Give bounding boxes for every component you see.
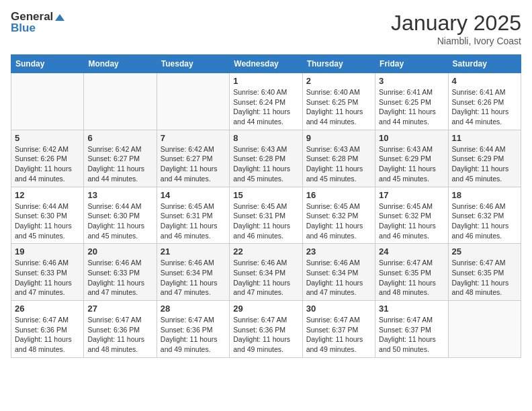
day-cell: 8Sunrise: 6:43 AM Sunset: 6:28 PM Daylig… — [230, 130, 302, 187]
calendar-header: SundayMondayTuesdayWednesdayThursdayFrid… — [11, 55, 521, 73]
day-number: 25 — [452, 246, 517, 257]
day-number: 27 — [87, 304, 152, 314]
day-info: Sunrise: 6:42 AM Sunset: 6:26 PM Dayligh… — [15, 144, 80, 184]
day-number: 9 — [306, 133, 371, 143]
day-info: Sunrise: 6:47 AM Sunset: 6:36 PM Dayligh… — [15, 315, 80, 355]
day-number: 30 — [306, 304, 371, 314]
header-cell-sunday: Sunday — [11, 55, 84, 73]
day-number: 28 — [161, 304, 226, 314]
day-cell — [84, 73, 157, 130]
day-number: 17 — [379, 190, 444, 200]
day-number: 18 — [452, 190, 517, 200]
day-info: Sunrise: 6:46 AM Sunset: 6:34 PM Dayligh… — [161, 258, 226, 298]
day-number: 31 — [379, 304, 444, 314]
day-info: Sunrise: 6:46 AM Sunset: 6:34 PM Dayligh… — [306, 258, 371, 298]
day-number: 29 — [233, 304, 298, 314]
day-number: 21 — [161, 246, 226, 257]
day-cell: 27Sunrise: 6:47 AM Sunset: 6:36 PM Dayli… — [84, 301, 157, 358]
day-cell: 5Sunrise: 6:42 AM Sunset: 6:26 PM Daylig… — [11, 130, 84, 187]
day-cell: 13Sunrise: 6:44 AM Sunset: 6:30 PM Dayli… — [84, 187, 157, 244]
week-row-2: 5Sunrise: 6:42 AM Sunset: 6:26 PM Daylig… — [11, 130, 521, 187]
day-info: Sunrise: 6:43 AM Sunset: 6:28 PM Dayligh… — [306, 144, 371, 184]
day-info: Sunrise: 6:46 AM Sunset: 6:33 PM Dayligh… — [87, 258, 152, 298]
day-number: 26 — [15, 304, 80, 314]
day-number: 11 — [452, 133, 517, 143]
day-info: Sunrise: 6:44 AM Sunset: 6:30 PM Dayligh… — [87, 201, 152, 241]
header-cell-wednesday: Wednesday — [230, 55, 302, 73]
day-cell: 26Sunrise: 6:47 AM Sunset: 6:36 PM Dayli… — [11, 301, 84, 358]
page-header: General Blue January 2025 Niambli, Ivory… — [11, 11, 521, 46]
day-number: 15 — [233, 190, 298, 200]
day-cell: 11Sunrise: 6:44 AM Sunset: 6:29 PM Dayli… — [448, 130, 521, 187]
day-cell: 18Sunrise: 6:46 AM Sunset: 6:32 PM Dayli… — [448, 187, 521, 244]
day-info: Sunrise: 6:44 AM Sunset: 6:30 PM Dayligh… — [15, 201, 80, 241]
header-cell-monday: Monday — [84, 55, 157, 73]
location-subtitle: Niambli, Ivory Coast — [391, 36, 521, 46]
day-number: 14 — [161, 190, 226, 200]
day-cell: 29Sunrise: 6:47 AM Sunset: 6:36 PM Dayli… — [230, 301, 302, 358]
day-cell: 1Sunrise: 6:40 AM Sunset: 6:24 PM Daylig… — [230, 73, 302, 130]
day-cell: 21Sunrise: 6:46 AM Sunset: 6:34 PM Dayli… — [157, 244, 229, 301]
logo-text-area: General Blue — [11, 11, 64, 34]
day-number: 20 — [87, 246, 152, 257]
day-info: Sunrise: 6:45 AM Sunset: 6:32 PM Dayligh… — [306, 201, 371, 241]
day-info: Sunrise: 6:42 AM Sunset: 6:27 PM Dayligh… — [161, 144, 226, 184]
day-info: Sunrise: 6:45 AM Sunset: 6:31 PM Dayligh… — [233, 201, 298, 241]
calendar-table: SundayMondayTuesdayWednesdayThursdayFrid… — [11, 54, 521, 358]
day-cell: 19Sunrise: 6:46 AM Sunset: 6:33 PM Dayli… — [11, 244, 84, 301]
day-cell: 14Sunrise: 6:45 AM Sunset: 6:31 PM Dayli… — [157, 187, 229, 244]
day-number: 1 — [233, 76, 298, 86]
day-cell: 31Sunrise: 6:47 AM Sunset: 6:37 PM Dayli… — [375, 301, 448, 358]
day-info: Sunrise: 6:40 AM Sunset: 6:24 PM Dayligh… — [233, 87, 298, 127]
day-cell: 2Sunrise: 6:40 AM Sunset: 6:25 PM Daylig… — [302, 73, 375, 130]
day-info: Sunrise: 6:47 AM Sunset: 6:37 PM Dayligh… — [306, 315, 371, 355]
day-cell: 28Sunrise: 6:47 AM Sunset: 6:36 PM Dayli… — [157, 301, 229, 358]
day-cell: 7Sunrise: 6:42 AM Sunset: 6:27 PM Daylig… — [157, 130, 229, 187]
day-info: Sunrise: 6:41 AM Sunset: 6:25 PM Dayligh… — [379, 87, 444, 127]
title-block: January 2025 Niambli, Ivory Coast — [391, 11, 521, 46]
day-number: 16 — [306, 190, 371, 200]
day-cell: 6Sunrise: 6:42 AM Sunset: 6:27 PM Daylig… — [84, 130, 157, 187]
day-info: Sunrise: 6:47 AM Sunset: 6:36 PM Dayligh… — [233, 315, 298, 355]
day-cell — [448, 301, 521, 358]
day-number: 8 — [233, 133, 298, 143]
logo-general: General — [11, 11, 64, 22]
day-info: Sunrise: 6:47 AM Sunset: 6:35 PM Dayligh… — [452, 258, 517, 298]
header-cell-friday: Friday — [375, 55, 448, 73]
day-info: Sunrise: 6:42 AM Sunset: 6:27 PM Dayligh… — [87, 144, 152, 184]
day-cell: 12Sunrise: 6:44 AM Sunset: 6:30 PM Dayli… — [11, 187, 84, 244]
day-info: Sunrise: 6:43 AM Sunset: 6:28 PM Dayligh… — [233, 144, 298, 184]
day-info: Sunrise: 6:46 AM Sunset: 6:33 PM Dayligh… — [15, 258, 80, 298]
day-number: 24 — [379, 246, 444, 257]
week-row-5: 26Sunrise: 6:47 AM Sunset: 6:36 PM Dayli… — [11, 301, 521, 358]
day-number: 10 — [379, 133, 444, 143]
day-cell: 16Sunrise: 6:45 AM Sunset: 6:32 PM Dayli… — [302, 187, 375, 244]
day-number: 13 — [87, 190, 152, 200]
month-title: January 2025 — [391, 11, 521, 36]
day-number: 5 — [15, 133, 80, 143]
day-cell: 15Sunrise: 6:45 AM Sunset: 6:31 PM Dayli… — [230, 187, 302, 244]
day-cell: 23Sunrise: 6:46 AM Sunset: 6:34 PM Dayli… — [302, 244, 375, 301]
day-cell — [157, 73, 229, 130]
day-cell: 3Sunrise: 6:41 AM Sunset: 6:25 PM Daylig… — [375, 73, 448, 130]
week-row-3: 12Sunrise: 6:44 AM Sunset: 6:30 PM Dayli… — [11, 187, 521, 244]
day-info: Sunrise: 6:41 AM Sunset: 6:26 PM Dayligh… — [452, 87, 517, 127]
day-info: Sunrise: 6:43 AM Sunset: 6:29 PM Dayligh… — [379, 144, 444, 184]
day-cell: 9Sunrise: 6:43 AM Sunset: 6:28 PM Daylig… — [302, 130, 375, 187]
day-cell: 10Sunrise: 6:43 AM Sunset: 6:29 PM Dayli… — [375, 130, 448, 187]
day-info: Sunrise: 6:45 AM Sunset: 6:32 PM Dayligh… — [379, 201, 444, 241]
day-number: 6 — [87, 133, 152, 143]
week-row-1: 1Sunrise: 6:40 AM Sunset: 6:24 PM Daylig… — [11, 73, 521, 130]
day-cell: 25Sunrise: 6:47 AM Sunset: 6:35 PM Dayli… — [448, 244, 521, 301]
day-number: 22 — [233, 246, 298, 257]
day-cell: 30Sunrise: 6:47 AM Sunset: 6:37 PM Dayli… — [302, 301, 375, 358]
day-info: Sunrise: 6:47 AM Sunset: 6:37 PM Dayligh… — [379, 315, 444, 355]
header-cell-thursday: Thursday — [302, 55, 375, 73]
day-number: 19 — [15, 246, 80, 257]
day-info: Sunrise: 6:47 AM Sunset: 6:35 PM Dayligh… — [379, 258, 444, 298]
day-info: Sunrise: 6:47 AM Sunset: 6:36 PM Dayligh… — [87, 315, 152, 355]
day-cell: 4Sunrise: 6:41 AM Sunset: 6:26 PM Daylig… — [448, 73, 521, 130]
header-cell-tuesday: Tuesday — [157, 55, 229, 73]
day-cell: 22Sunrise: 6:46 AM Sunset: 6:34 PM Dayli… — [230, 244, 302, 301]
day-cell: 17Sunrise: 6:45 AM Sunset: 6:32 PM Dayli… — [375, 187, 448, 244]
